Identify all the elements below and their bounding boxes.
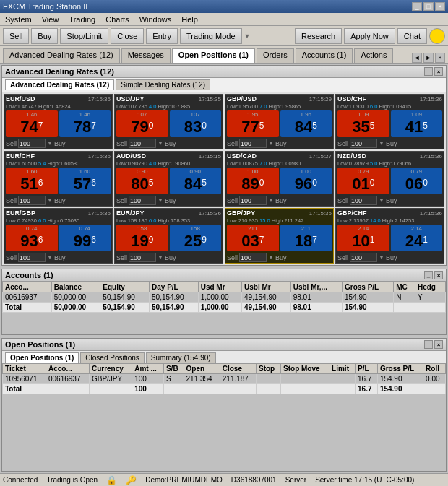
trading-mode-button[interactable]: Trading Mode: [180, 28, 241, 44]
tile-amount-input[interactable]: [129, 253, 156, 262]
tile-pair: NZD/USD: [337, 152, 366, 160]
tile-controls[interactable]: Sell ▼ Buy: [116, 139, 221, 148]
tile-controls[interactable]: Sell ▼ Buy: [337, 196, 442, 205]
research-button[interactable]: Research: [295, 28, 342, 44]
sell-price-big: 03: [241, 232, 259, 250]
tab-messages[interactable]: Messages: [121, 48, 171, 63]
currency-tile-eurjpy: EUR/JPY 17:15:36 Low:158.185 6.0 High:15…: [114, 208, 223, 264]
menu-view[interactable]: View: [40, 14, 61, 25]
chat-button[interactable]: Chat: [397, 28, 427, 44]
positions-close[interactable]: ×: [434, 340, 443, 349]
tile-amount-input[interactable]: [239, 253, 267, 262]
buy-price-big: 57: [74, 175, 91, 193]
tile-pair: USD/CHF: [337, 95, 366, 103]
sell-label: Sell: [337, 254, 348, 261]
tile-time: 17:15:36: [88, 153, 111, 160]
menu-system[interactable]: System: [3, 14, 34, 25]
tile-controls[interactable]: Sell ▼ Buy: [227, 253, 332, 262]
sell-button[interactable]: Sell: [3, 28, 29, 44]
positions-col-pl: P/L: [356, 364, 378, 374]
tab-close[interactable]: ×: [435, 53, 445, 63]
positions-tab-closed[interactable]: Closed Positions: [80, 352, 144, 363]
tile-amount-input[interactable]: [18, 139, 46, 148]
sell-label: Sell: [227, 197, 238, 204]
accounts-controls[interactable]: _ ×: [424, 271, 443, 279]
positions-minimize[interactable]: _: [424, 340, 433, 349]
minimize-button[interactable]: _: [412, 2, 422, 11]
currency-grid: EUR/USD 17:15:36 Low:1.46747 High:1.4682…: [2, 92, 446, 265]
buy-price-big: 83: [184, 118, 202, 136]
tile-controls[interactable]: Sell ▼ Buy: [227, 139, 332, 148]
tab-actions[interactable]: Actions: [354, 48, 393, 63]
menu-windows[interactable]: Windows: [137, 14, 174, 25]
sell-label: Sell: [116, 254, 127, 261]
positions-controls[interactable]: _ ×: [424, 340, 443, 349]
accounts-close[interactable]: ×: [434, 271, 443, 279]
tile-prices: 1.95 775 1.95 845: [227, 110, 332, 137]
tile-amount-input[interactable]: [18, 253, 46, 262]
tile-amount-input[interactable]: [350, 253, 377, 262]
dealing-rates-title: Advanced Dealing Rates (12): [5, 67, 114, 76]
tile-header: USD/CHF 17:15:36: [337, 95, 442, 103]
tile-amount-input[interactable]: [129, 139, 156, 148]
tile-controls[interactable]: Sell ▼ Buy: [116, 196, 221, 205]
tab-open-positions[interactable]: Open Positions (1): [172, 48, 255, 63]
positions-tab-open[interactable]: Open Positions (1): [5, 352, 79, 363]
tile-amount-input[interactable]: [239, 196, 267, 205]
tile-controls[interactable]: Sell ▼ Buy: [116, 253, 221, 262]
tile-time: 17:15:29: [309, 96, 332, 103]
tile-low-high: Low:1.09310 6.0 High:1.09415: [337, 103, 442, 110]
user-icon[interactable]: [429, 28, 445, 44]
tab-controls[interactable]: ◄ ► ×: [412, 53, 445, 63]
sell-label: Sell: [116, 140, 127, 147]
tab-accounts[interactable]: Accounts (1): [296, 48, 353, 63]
tile-time: 17:15:36: [199, 210, 221, 217]
tile-time: 17:15:35: [309, 210, 332, 217]
tile-amount-input[interactable]: [350, 139, 377, 148]
sub-tab-simple[interactable]: Simple Dealing Rates (12): [116, 79, 210, 90]
tile-controls[interactable]: Sell ▼ Buy: [6, 196, 111, 205]
accounts-col-equity: Equity: [100, 282, 150, 292]
tile-controls[interactable]: Sell ▼ Buy: [337, 139, 442, 148]
buy-button[interactable]: Buy: [31, 28, 58, 44]
tile-time: 17:15:35: [199, 96, 221, 103]
menu-help[interactable]: Help: [179, 14, 200, 25]
positions-col-limit: Limit: [329, 364, 356, 374]
sub-tab-advanced[interactable]: Advanced Dealing Rates (12): [5, 79, 114, 90]
tab-scroll-right[interactable]: ►: [423, 53, 434, 63]
tile-amount-input[interactable]: [239, 139, 267, 148]
tile-controls[interactable]: Sell ▼ Buy: [337, 253, 442, 262]
sell-price-big: 51: [20, 175, 38, 193]
tile-amount-input[interactable]: [18, 196, 46, 205]
tab-advanced-dealing[interactable]: Advanced Dealing Rates (12): [3, 48, 120, 63]
apply-now-button[interactable]: Apply Now: [344, 28, 395, 44]
tile-prices: 0.74 936 0.74 996: [6, 225, 111, 251]
positions-tab-summary[interactable]: Summary (154.90): [146, 352, 216, 363]
tile-time: 17:15:36: [420, 96, 442, 103]
tile-pair: GBP/JPY: [227, 209, 255, 217]
title-bar-controls[interactable]: _ □ ×: [412, 2, 445, 11]
dealing-rates-close[interactable]: ×: [434, 67, 443, 76]
tile-pair: EUR/CHF: [6, 152, 35, 160]
close-button[interactable]: ×: [435, 2, 445, 11]
tab-orders[interactable]: Orders: [257, 48, 294, 63]
maximize-button[interactable]: □: [423, 2, 434, 11]
menu-charts[interactable]: Charts: [103, 14, 131, 25]
tile-amount-input[interactable]: [350, 196, 377, 205]
tile-pair: USD/JPY: [116, 95, 145, 103]
tab-scroll-left[interactable]: ◄: [412, 53, 422, 63]
entry-button[interactable]: Entry: [146, 28, 178, 44]
close-button[interactable]: Close: [111, 28, 144, 44]
tile-controls[interactable]: Sell ▼ Buy: [227, 196, 332, 205]
tile-controls[interactable]: Sell ▼ Buy: [6, 253, 111, 262]
buy-price-big: 06: [405, 175, 423, 193]
dealing-rates-minimize[interactable]: _: [424, 67, 433, 76]
tile-amount-input[interactable]: [129, 196, 156, 205]
buy-price-big: 41: [405, 118, 423, 136]
buy-label: Buy: [386, 254, 397, 261]
stop-limit-button[interactable]: Stop/Limit: [60, 28, 108, 44]
tile-controls[interactable]: Sell ▼ Buy: [6, 139, 111, 148]
menu-trading[interactable]: Trading: [66, 14, 98, 25]
dealing-rates-controls[interactable]: _ ×: [424, 67, 443, 76]
accounts-minimize[interactable]: _: [424, 271, 433, 279]
